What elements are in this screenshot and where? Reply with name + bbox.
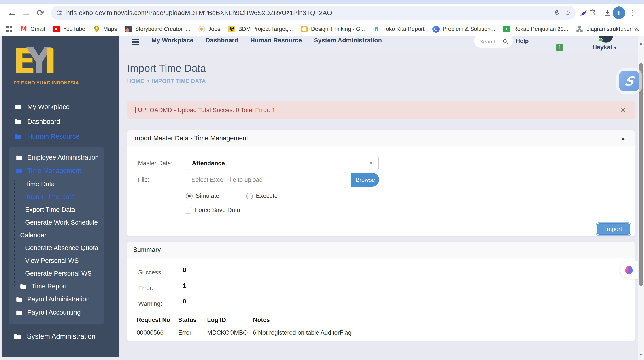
apps-grid-icon[interactable]: [6, 26, 12, 32]
assistant-fab-button[interactable]: S: [619, 71, 639, 91]
sidebar-item-view-personal-ws[interactable]: View Personal WS: [9, 254, 104, 267]
toko-icon: 8: [373, 25, 380, 33]
miro-icon: M: [228, 25, 235, 33]
folder-icon: [14, 333, 21, 340]
sidebar-item-system-administration[interactable]: System Administration: [2, 329, 119, 344]
toolbar-divider: [600, 9, 600, 17]
app-navbar: My Workplace Dashboard Human Resource Sy…: [119, 36, 638, 52]
folder-icon: [20, 284, 26, 289]
bookmark-item[interactable]: diagramstruktur.dra...: [576, 25, 639, 33]
url-text[interactable]: hris-ekno-dev.minovais.com/Page/uploadMD…: [66, 9, 550, 17]
address-bar[interactable]: hris-ekno-dev.minovais.com/Page/uploadMD…: [51, 6, 576, 20]
nav-my-workplace[interactable]: My Workplace: [152, 37, 194, 44]
alert-close-icon[interactable]: ×: [621, 105, 626, 115]
ai-brain-tab-button[interactable]: [620, 261, 638, 278]
download-icon[interactable]: [604, 9, 611, 17]
bookmark-star-icon[interactable]: ☆: [564, 9, 571, 17]
location-pin-icon[interactable]: [554, 10, 560, 16]
folder-icon: [16, 155, 22, 160]
nav-dashboard[interactable]: Dashboard: [206, 37, 238, 44]
c-circle-icon: C: [432, 25, 440, 33]
diagram-icon: [576, 25, 584, 33]
search-icon[interactable]: [502, 39, 508, 45]
app-search[interactable]: [474, 36, 513, 48]
summary-card-header: Summary: [127, 242, 634, 258]
import-button[interactable]: Import: [597, 223, 630, 235]
bookmark-item[interactable]: Design Thinking - G...: [300, 25, 365, 33]
sidebar-item-calendar[interactable]: Calendar: [9, 229, 104, 242]
maps-icon: [93, 25, 100, 33]
force-save-checkbox[interactable]: [184, 207, 191, 214]
simulate-radio[interactable]: [186, 193, 192, 199]
sidebar-item-generate-personal-ws[interactable]: Generate Personal WS: [9, 267, 104, 280]
back-icon[interactable]: ←: [5, 6, 18, 19]
sidebar-item-import-time-data[interactable]: Import Time Data: [9, 191, 104, 203]
summary-card: Summary Success: 0 Error: 1 Warning:: [127, 242, 635, 341]
extensions-puzzle-icon[interactable]: [588, 9, 596, 17]
bookmark-item[interactable]: YouTube: [52, 25, 85, 33]
screenshot-root: ← → ⟳ hris-ekno-dev.minovais.com/Page/up…: [0, 0, 644, 360]
sheet-icon: +: [503, 25, 510, 33]
rocket-extension-icon[interactable]: [580, 9, 587, 17]
browser-toolbar: ← → ⟳ hris-ekno-dev.minovais.com/Page/up…: [0, 4, 644, 22]
collapse-icon[interactable]: ▲: [620, 135, 626, 142]
bookmark-item[interactable]: Maps: [93, 25, 117, 33]
browser-menu-icon[interactable]: ⋮: [626, 8, 639, 18]
sidebar-item-time-management[interactable]: Time Management: [9, 164, 104, 177]
scroll-up-icon[interactable]: ▲: [638, 41, 644, 46]
simulate-label: Simulate: [196, 193, 219, 199]
summary-title: Summary: [133, 246, 161, 253]
bookmark-item[interactable]: 8 Toko Kita Report: [373, 25, 424, 33]
sidebar: EYI PT EKNO YUAG INDONESIA My Workplace …: [2, 36, 119, 357]
browse-button[interactable]: Browse: [352, 173, 379, 187]
sidebar-item-generate-work-schedule[interactable]: Generate Work Schedule: [9, 216, 104, 229]
search-input[interactable]: [479, 38, 502, 45]
folder-icon: [15, 133, 22, 139]
notification-badge[interactable]: 1: [556, 44, 564, 52]
master-data-value: Attendance: [192, 160, 225, 167]
bookmark-item[interactable]: Jobs: [198, 25, 220, 33]
scrollbar-thumb[interactable]: [639, 63, 643, 286]
sidebar-item-employee-administration[interactable]: Employee Administration: [9, 151, 104, 164]
scroll-down-icon[interactable]: ▼: [638, 352, 644, 357]
bookmark-item[interactable]: M BDM Project Target,...: [228, 25, 293, 33]
sidebar-item-my-workplace[interactable]: My Workplace: [2, 99, 119, 114]
import-card-header: Import Master Data - Time Management ▲: [127, 130, 634, 146]
table-row: 00000566 Error MDCKCOMBO 6 Not registere…: [137, 329, 634, 336]
file-input[interactable]: [187, 176, 351, 183]
user-menu[interactable]: Haykal▾: [592, 44, 616, 51]
chevron-down-icon: ▾: [614, 45, 616, 50]
sidebar-item-dashboard[interactable]: Dashboard: [2, 114, 119, 129]
breadcrumb-current: IMPORT TIME DATA: [152, 78, 206, 84]
sidebar-item-export-time-data[interactable]: Export Time Data: [9, 203, 104, 216]
forward-icon[interactable]: →: [20, 6, 33, 19]
sidebar-item-generate-absence-quota[interactable]: Generate Absence Quota: [9, 242, 104, 254]
browser-profile-avatar[interactable]: I: [613, 7, 625, 19]
menu-hamburger-icon[interactable]: [132, 39, 139, 46]
site-settings-icon[interactable]: [56, 10, 63, 16]
sidebar-item-payroll-administration[interactable]: Payroll Administration: [9, 293, 104, 306]
sidebar-submenu: Employee Administration Time Management …: [9, 147, 104, 324]
bookmarks-overflow-icon[interactable]: »: [632, 22, 638, 36]
bookmark-item[interactable]: C Problem & Solution...: [432, 25, 495, 33]
reload-icon[interactable]: ⟳: [34, 6, 47, 19]
help-link[interactable]: Help: [516, 38, 529, 45]
sidebar-item-human-resource[interactable]: Human Resource: [2, 129, 119, 144]
sidebar-item-payroll-accounting[interactable]: Payroll Accounting: [9, 306, 104, 319]
summary-warning-row: Warning: 0: [137, 300, 634, 308]
alert-message: UPLOADMD - Upload Total Succes: 0 Total …: [138, 107, 275, 114]
master-data-select[interactable]: Attendance ▼: [186, 156, 379, 170]
breadcrumb: HOME>IMPORT TIME DATA: [127, 78, 635, 84]
execute-radio[interactable]: [246, 193, 253, 199]
nav-system-administration[interactable]: System Administration: [314, 37, 382, 44]
sidebar-item-time-data[interactable]: Time Data: [9, 178, 104, 191]
bookmark-item[interactable]: Storyboard Creator |...: [124, 25, 190, 33]
breadcrumb-home[interactable]: HOME: [127, 78, 144, 84]
jobs-icon: [198, 25, 206, 33]
bookmark-item[interactable]: M Gmail: [20, 25, 45, 33]
success-value: 0: [183, 266, 186, 274]
nav-human-resource[interactable]: Human Resource: [250, 37, 302, 44]
bookmark-item[interactable]: + Rekap Penjualan 20...: [503, 25, 568, 33]
sidebar-item-time-report[interactable]: Time Report: [9, 280, 104, 293]
error-alert: ! UPLOADMD - Upload Total Succes: 0 Tota…: [127, 101, 635, 119]
